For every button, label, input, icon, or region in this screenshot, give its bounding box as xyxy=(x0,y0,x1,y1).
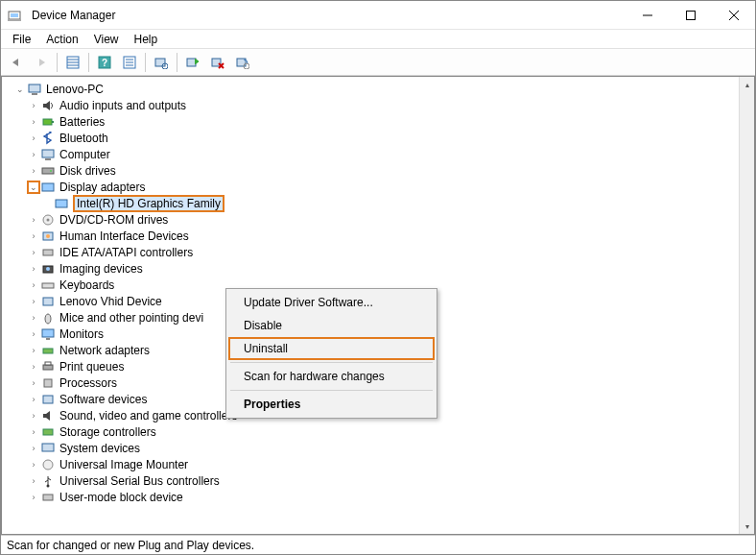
audio-icon xyxy=(40,98,56,113)
disk-icon xyxy=(40,163,56,179)
toolbar-back-button[interactable] xyxy=(5,52,28,73)
tree-label: IDE ATA/ATAPI controllers xyxy=(59,246,193,259)
context-menu-scan[interactable]: Scan for hardware changes xyxy=(228,365,435,388)
tree-label: Computer xyxy=(59,148,110,161)
scroll-up-icon[interactable]: ▴ xyxy=(740,77,754,92)
tree-label: Keyboards xyxy=(59,278,114,292)
svg-rect-52 xyxy=(43,429,53,435)
vertical-scrollbar[interactable]: ▴ ▾ xyxy=(739,77,754,534)
toolbar-list-button[interactable] xyxy=(118,52,141,73)
menu-file[interactable]: File xyxy=(5,31,38,48)
context-menu-properties[interactable]: Properties xyxy=(228,393,435,416)
expand-arrow-icon[interactable]: › xyxy=(27,327,40,341)
toolbar-update-driver-button[interactable] xyxy=(181,52,204,73)
expand-arrow-icon[interactable]: › xyxy=(27,409,40,422)
tree-root[interactable]: ⌄ Lenovo-PC xyxy=(4,81,737,97)
expand-arrow-icon[interactable]: › xyxy=(27,295,40,308)
tree-category[interactable]: › Universal Serial Bus controllers xyxy=(4,472,737,489)
tree-device-intel-hd-graphics[interactable]: Intel(R) HD Graphics Family xyxy=(4,195,737,211)
tree-category[interactable]: › Storage controllers xyxy=(4,423,737,440)
system-icon xyxy=(40,441,56,456)
toolbar-forward-button[interactable] xyxy=(30,52,53,73)
network-icon xyxy=(40,343,56,358)
expand-arrow-icon[interactable]: › xyxy=(27,474,40,488)
tree-category-display-adapters[interactable]: ⌄ Display adapters xyxy=(4,179,737,195)
menu-help[interactable]: Help xyxy=(127,31,166,48)
expand-arrow-icon[interactable]: › xyxy=(27,393,40,406)
expand-arrow-icon[interactable]: › xyxy=(27,442,40,455)
image-mounter-icon xyxy=(40,457,56,472)
tree-label: Software devices xyxy=(59,393,147,406)
tree-label: System devices xyxy=(59,442,140,455)
tree-category[interactable]: › Audio inputs and outputs xyxy=(4,97,737,113)
expand-arrow-icon[interactable]: › xyxy=(27,262,40,276)
svg-rect-47 xyxy=(43,349,53,353)
processor-icon xyxy=(40,375,56,391)
expand-arrow-icon[interactable]: › xyxy=(27,148,40,161)
svg-point-41 xyxy=(46,267,50,271)
expand-arrow-icon[interactable]: › xyxy=(27,376,40,390)
expand-arrow-icon[interactable]: › xyxy=(27,360,40,374)
tree-category[interactable]: › IDE ATA/ATAPI controllers xyxy=(4,244,737,260)
expand-arrow-icon[interactable]: › xyxy=(27,425,40,439)
expand-arrow-icon[interactable]: › xyxy=(27,278,40,292)
device-tree-container: ⌄ Lenovo-PC › Audio inputs and outputs ›… xyxy=(1,76,755,535)
svg-rect-2 xyxy=(8,19,21,21)
keyboard-icon xyxy=(40,278,56,293)
expand-arrow-icon[interactable]: › xyxy=(27,344,40,357)
bluetooth-icon xyxy=(40,131,56,146)
tree-category[interactable]: › Bluetooth xyxy=(4,130,737,146)
display-adapter-icon xyxy=(40,180,56,195)
context-menu-disable[interactable]: Disable xyxy=(228,314,435,337)
svg-rect-34 xyxy=(56,200,67,207)
toolbar-separator xyxy=(145,53,146,72)
tree-category[interactable]: › Disk drives xyxy=(4,162,737,179)
sound-icon xyxy=(40,408,56,423)
context-menu-update-driver[interactable]: Update Driver Software... xyxy=(228,291,435,314)
expand-arrow-icon[interactable]: › xyxy=(27,99,40,112)
expand-arrow-icon[interactable]: › xyxy=(27,164,40,178)
toolbar-show-hidden-button[interactable] xyxy=(61,52,84,73)
tree-category[interactable]: › System devices xyxy=(4,440,737,456)
menu-view[interactable]: View xyxy=(86,31,127,48)
close-button[interactable] xyxy=(712,1,755,29)
tree-category[interactable]: › Computer xyxy=(4,146,737,162)
toolbar-help-button[interactable]: ? xyxy=(93,52,116,73)
svg-rect-33 xyxy=(42,183,54,191)
tree-category[interactable]: › Human Interface Devices xyxy=(4,228,737,244)
expand-arrow-icon[interactable]: ⌄ xyxy=(13,83,27,96)
tree-label: Disk drives xyxy=(59,164,116,178)
expand-arrow-icon[interactable]: › xyxy=(27,115,40,129)
expand-arrow-icon[interactable]: › xyxy=(27,491,40,504)
monitor-icon xyxy=(40,326,56,342)
tree-label: User-mode block device xyxy=(59,491,183,504)
expand-arrow-icon[interactable]: › xyxy=(27,213,40,227)
tree-category[interactable]: › User-mode block device xyxy=(4,489,737,505)
scroll-down-icon[interactable]: ▾ xyxy=(740,519,754,534)
tree-label: Lenovo Vhid Device xyxy=(59,295,162,308)
context-menu-uninstall[interactable]: Uninstall xyxy=(228,337,435,360)
toolbar-disable-button[interactable] xyxy=(231,52,254,73)
maximize-button[interactable] xyxy=(669,1,712,29)
toolbar-uninstall-button[interactable] xyxy=(206,52,229,73)
expand-arrow-icon[interactable]: › xyxy=(27,229,40,243)
tree-category[interactable]: › Imaging devices xyxy=(4,260,737,277)
scroll-track[interactable] xyxy=(740,92,754,519)
tree-label: Intel(R) HD Graphics Family xyxy=(73,195,224,212)
tree-category[interactable]: › Universal Image Mounter xyxy=(4,456,737,472)
tree-category[interactable]: › Batteries xyxy=(4,113,737,130)
toolbar-scan-button[interactable] xyxy=(150,52,173,73)
expand-arrow-icon[interactable]: › xyxy=(27,132,40,145)
minimize-button[interactable] xyxy=(626,1,669,29)
expand-arrow-icon[interactable]: › xyxy=(27,246,40,259)
menu-action[interactable]: Action xyxy=(38,31,85,48)
tree-label: Monitors xyxy=(59,327,104,341)
expand-arrow-icon[interactable]: › xyxy=(27,311,40,325)
tree-label: Audio inputs and outputs xyxy=(59,99,186,112)
expand-arrow-icon[interactable]: › xyxy=(27,458,40,471)
storage-icon xyxy=(40,424,56,440)
display-adapter-icon xyxy=(54,196,69,211)
expand-arrow-highlighted[interactable]: ⌄ xyxy=(27,181,40,194)
hid-icon xyxy=(40,229,56,244)
tree-category[interactable]: › DVD/CD-ROM drives xyxy=(4,211,737,228)
